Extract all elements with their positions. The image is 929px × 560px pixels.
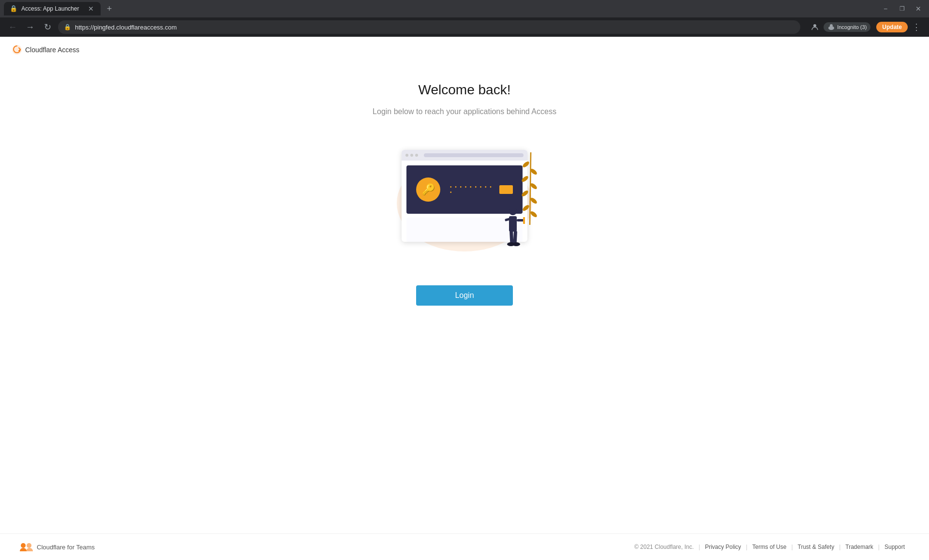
address-bar[interactable]: 🔒 https://pingfed.cloudflareaccess.com (58, 20, 800, 34)
cf-logo-text: Cloudflare Access (25, 46, 79, 54)
page-footer: Cloudflare for Teams © 2021 Cloudflare, … (0, 533, 929, 560)
login-illustration: 🔑 • • • • • • • • • • (392, 145, 537, 261)
svg-point-12 (512, 242, 520, 246)
cf-access-icon (12, 44, 22, 55)
tab-bar: 🔒 Access: App Launcher ✕ + − ❐ ✕ (0, 0, 929, 17)
browser-window: 🔒 Access: App Launcher ✕ + − ❐ ✕ ← → ↻ 🔒… (0, 0, 929, 560)
update-button[interactable]: Update (876, 22, 908, 32)
svg-point-20 (522, 204, 530, 212)
url-text: https://pingfed.cloudflareaccess.com (75, 24, 177, 31)
cloudflare-logo: Cloudflare Access (12, 44, 79, 55)
page-content: Cloudflare Access Welcome back! Login be… (0, 37, 929, 560)
profile-button[interactable] (808, 20, 822, 34)
illus-dot-2 (410, 154, 413, 157)
footer-brand-text: Cloudflare for Teams (37, 544, 95, 551)
illus-browser-bar (402, 150, 527, 161)
svg-rect-9 (509, 231, 513, 244)
svg-point-22 (21, 543, 26, 548)
svg-point-2 (830, 24, 833, 27)
footer-copyright: © 2021 Cloudflare, Inc. (634, 544, 699, 550)
svg-point-0 (813, 24, 816, 27)
illus-wheat-plant (520, 152, 537, 225)
svg-line-13 (530, 152, 531, 225)
welcome-title: Welcome back! (419, 82, 511, 98)
footer-links: © 2021 Cloudflare, Inc. | Privacy Policy… (634, 544, 910, 550)
browser-actions: Incognito (3) Update ⋮ (808, 20, 923, 34)
browser-chrome: 🔒 Access: App Launcher ✕ + − ❐ ✕ ← → ↻ 🔒… (0, 0, 929, 37)
incognito-label: Incognito (3) (837, 24, 867, 30)
page-header: Cloudflare Access (0, 37, 929, 63)
footer-brand-icon (19, 542, 33, 552)
refresh-button[interactable]: ↻ (41, 20, 54, 34)
svg-point-21 (529, 210, 537, 218)
illus-dot-3 (415, 154, 418, 157)
footer-link-terms[interactable]: Terms of Use (748, 544, 792, 550)
svg-point-16 (521, 175, 529, 183)
welcome-subtitle: Login below to reach your applications b… (373, 107, 556, 116)
tab-close-button[interactable]: ✕ (87, 5, 95, 13)
svg-point-14 (522, 161, 530, 168)
footer-brand: Cloudflare for Teams (19, 542, 95, 552)
svg-point-18 (521, 190, 529, 197)
footer-link-privacy[interactable]: Privacy Policy (700, 544, 746, 550)
illus-lock-symbol: 🔑 (422, 183, 435, 196)
illus-submit-button (499, 185, 513, 194)
illus-password-field: • • • • • • • • • • (450, 184, 513, 195)
footer-link-support[interactable]: Support (880, 544, 910, 550)
svg-point-23 (27, 543, 31, 548)
tab-title: Access: App Launcher (21, 5, 83, 12)
active-tab[interactable]: 🔒 Access: App Launcher ✕ (4, 2, 101, 15)
new-tab-button[interactable]: + (103, 2, 116, 15)
forward-button[interactable]: → (23, 20, 37, 34)
footer-link-trademark[interactable]: Trademark (840, 544, 878, 550)
footer-link-trust[interactable]: Trust & Safety (793, 544, 839, 550)
back-button[interactable]: ← (6, 20, 19, 34)
minimize-button[interactable]: − (879, 2, 892, 15)
incognito-badge: Incognito (3) (824, 22, 870, 32)
illus-dot-1 (405, 154, 408, 157)
illus-lock-icon: 🔑 (416, 177, 440, 202)
close-button[interactable]: ✕ (912, 2, 925, 15)
browser-toolbar: ← → ↻ 🔒 https://pingfed.cloudflareaccess… (0, 17, 929, 37)
menu-button[interactable]: ⋮ (910, 20, 923, 34)
restore-button[interactable]: ❐ (895, 2, 909, 15)
login-button[interactable]: Login (416, 285, 512, 306)
tab-favicon: 🔒 (10, 5, 17, 13)
svg-point-4 (509, 207, 517, 215)
main-content: Welcome back! Login below to reach your … (0, 63, 929, 533)
illus-password-dots: • • • • • • • • • • (450, 184, 496, 195)
lock-icon: 🔒 (64, 24, 71, 30)
